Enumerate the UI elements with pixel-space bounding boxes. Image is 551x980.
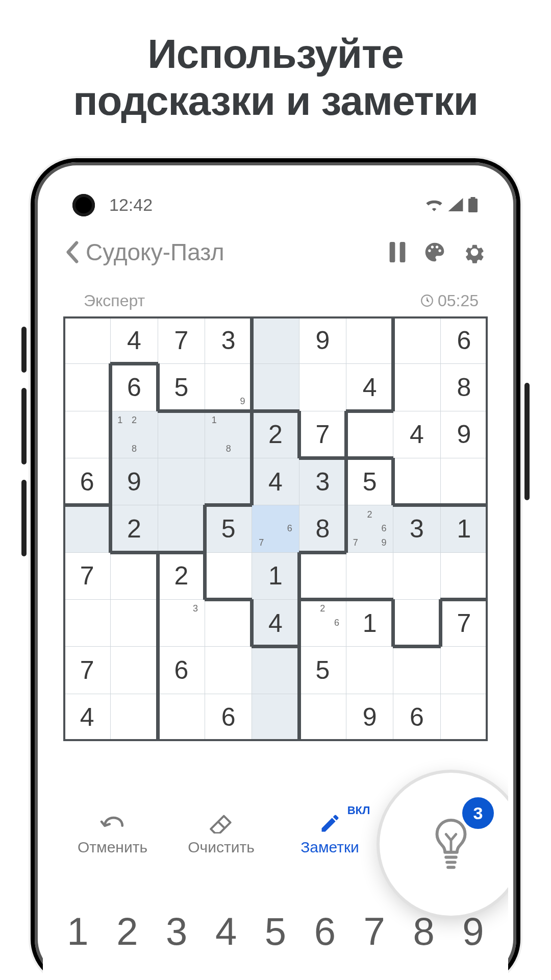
cell-0-7[interactable] (393, 317, 440, 364)
cell-3-2[interactable] (158, 458, 205, 505)
cell-4-4[interactable]: 67 (252, 505, 299, 552)
cell-2-1[interactable]: 128 (111, 411, 158, 458)
cell-8-3[interactable]: 6 (205, 694, 252, 741)
cell-0-5[interactable]: 9 (299, 317, 346, 364)
cell-1-8[interactable]: 8 (440, 364, 487, 411)
cell-2-4[interactable]: 2 (252, 411, 299, 458)
sudoku-board[interactable]: 4739665948128182749694352567826793172134… (63, 316, 488, 741)
gear-icon[interactable] (463, 241, 486, 263)
cell-8-6[interactable]: 9 (346, 694, 393, 741)
cell-1-6[interactable]: 4 (346, 364, 393, 411)
cell-7-3[interactable] (205, 647, 252, 694)
cell-5-4[interactable]: 1 (252, 552, 299, 599)
cell-2-3[interactable]: 18 (205, 411, 252, 458)
numpad-8[interactable]: 8 (401, 909, 447, 953)
notes-button[interactable]: ВКЛ Заметки (287, 812, 373, 856)
cell-2-8[interactable]: 9 (440, 411, 487, 458)
cell-1-0[interactable] (64, 364, 111, 411)
cell-3-8[interactable] (440, 458, 487, 505)
numpad-1[interactable]: 1 (55, 909, 101, 953)
cell-8-0[interactable]: 4 (64, 694, 111, 741)
phone-mockup: 12:42 Судоку-Пазл Эксперт 05:25 (31, 158, 520, 980)
cell-5-1[interactable] (111, 552, 158, 599)
cell-4-2[interactable] (158, 505, 205, 552)
cell-5-0[interactable]: 7 (64, 552, 111, 599)
cell-8-7[interactable]: 6 (393, 694, 440, 741)
cell-1-2[interactable]: 5 (158, 364, 205, 411)
cell-2-0[interactable] (64, 411, 111, 458)
back-icon[interactable] (65, 241, 79, 263)
cell-3-6[interactable]: 5 (346, 458, 393, 505)
cell-7-5[interactable]: 5 (299, 647, 346, 694)
numpad-9[interactable]: 9 (450, 909, 496, 953)
cell-7-0[interactable]: 7 (64, 647, 111, 694)
cell-8-5[interactable] (299, 694, 346, 741)
cell-6-2[interactable]: 3 (158, 599, 205, 646)
cell-4-1[interactable]: 2 (111, 505, 158, 552)
cell-3-7[interactable] (393, 458, 440, 505)
numpad-3[interactable]: 3 (154, 909, 199, 953)
cell-1-7[interactable] (393, 364, 440, 411)
cell-0-3[interactable]: 3 (205, 317, 252, 364)
cell-0-6[interactable] (346, 317, 393, 364)
hint-button[interactable]: 3 (380, 773, 508, 916)
cell-8-4[interactable] (252, 694, 299, 741)
cell-6-4[interactable]: 4 (252, 599, 299, 646)
cell-6-8[interactable]: 7 (440, 599, 487, 646)
numpad-4[interactable]: 4 (203, 909, 249, 953)
cell-6-5[interactable]: 26 (299, 599, 346, 646)
cell-7-8[interactable] (440, 647, 487, 694)
cell-7-1[interactable] (111, 647, 158, 694)
cell-6-6[interactable]: 1 (346, 599, 393, 646)
cell-2-2[interactable] (158, 411, 205, 458)
cell-4-8[interactable]: 1 (440, 505, 487, 552)
cell-6-1[interactable] (111, 599, 158, 646)
cell-8-8[interactable] (440, 694, 487, 741)
cell-3-4[interactable]: 4 (252, 458, 299, 505)
cell-5-7[interactable] (393, 552, 440, 599)
cell-6-7[interactable] (393, 599, 440, 646)
cell-2-7[interactable]: 4 (393, 411, 440, 458)
cell-1-3[interactable]: 9 (205, 364, 252, 411)
cell-3-1[interactable]: 9 (111, 458, 158, 505)
cell-2-5[interactable]: 7 (299, 411, 346, 458)
cell-7-2[interactable]: 6 (158, 647, 205, 694)
cell-3-5[interactable]: 3 (299, 458, 346, 505)
cell-7-7[interactable] (393, 647, 440, 694)
cell-4-3[interactable]: 5 (205, 505, 252, 552)
numpad-5[interactable]: 5 (253, 909, 298, 953)
cell-2-6[interactable] (346, 411, 393, 458)
cell-5-3[interactable] (205, 552, 252, 599)
cell-0-2[interactable]: 7 (158, 317, 205, 364)
pause-icon[interactable] (389, 242, 406, 262)
cell-1-5[interactable] (299, 364, 346, 411)
cell-1-1[interactable]: 6 (111, 364, 158, 411)
cell-6-0[interactable] (64, 599, 111, 646)
cell-0-8[interactable]: 6 (440, 317, 487, 364)
cell-7-6[interactable] (346, 647, 393, 694)
cell-3-0[interactable]: 6 (64, 458, 111, 505)
cell-4-7[interactable]: 3 (393, 505, 440, 552)
cell-8-1[interactable] (111, 694, 158, 741)
cell-6-3[interactable] (205, 599, 252, 646)
cell-1-4[interactable] (252, 364, 299, 411)
numpad-6[interactable]: 6 (302, 909, 348, 953)
erase-button[interactable]: Очистить (178, 812, 265, 856)
cell-4-0[interactable] (64, 505, 111, 552)
cell-5-2[interactable]: 2 (158, 552, 205, 599)
cell-0-4[interactable] (252, 317, 299, 364)
numpad-7[interactable]: 7 (352, 909, 397, 953)
cell-8-2[interactable] (158, 694, 205, 741)
numpad-2[interactable]: 2 (104, 909, 150, 953)
cell-7-4[interactable] (252, 647, 299, 694)
cell-5-6[interactable] (346, 552, 393, 599)
undo-button[interactable]: Отменить (69, 812, 156, 856)
palette-icon[interactable] (423, 241, 446, 263)
cell-4-6[interactable]: 2679 (346, 505, 393, 552)
cell-5-8[interactable] (440, 552, 487, 599)
cell-0-1[interactable]: 4 (111, 317, 158, 364)
cell-4-5[interactable]: 8 (299, 505, 346, 552)
cell-5-5[interactable] (299, 552, 346, 599)
cell-0-0[interactable] (64, 317, 111, 364)
cell-3-3[interactable] (205, 458, 252, 505)
